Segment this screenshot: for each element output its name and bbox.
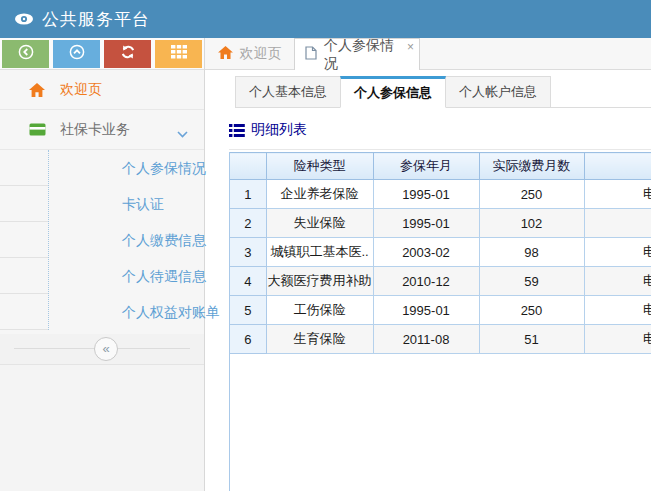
header-enroll-month: 参保年月	[373, 153, 479, 180]
circle-chevron-up-icon	[69, 44, 85, 63]
table-cell[interactable]: 250	[479, 296, 584, 325]
divider	[229, 149, 651, 150]
home-icon	[218, 46, 233, 62]
sidebar-item-label: 欢迎页	[60, 81, 102, 99]
grid-icon	[171, 45, 187, 62]
back-button[interactable]	[2, 40, 49, 68]
table-cell[interactable]: 生育保险	[266, 325, 373, 354]
table-cell[interactable]: 2011-08	[373, 325, 479, 354]
close-icon[interactable]: ×	[407, 41, 414, 53]
sidebar-group-social-card[interactable]: 社保卡业务	[0, 110, 204, 150]
collapse-up-button[interactable]	[53, 40, 100, 68]
detail-tab-bar: 个人基本信息 个人参保信息 个人帐户信息	[235, 75, 651, 108]
tab-label: 个人参保情况	[324, 38, 399, 73]
table-cell[interactable]: 电	[584, 180, 651, 209]
content-area: 欢迎页 个人参保情况 × 个人基本信息 个人参保信息	[205, 38, 651, 491]
table-cell[interactable]: 1995-01	[373, 209, 479, 238]
table-cell[interactable]: 大额医疗费用补助	[266, 267, 373, 296]
table-row[interactable]: 4 大额医疗费用补助 2010-12 59 电	[230, 267, 651, 296]
list-icon	[229, 124, 245, 137]
header-row-number	[230, 153, 266, 180]
table-cell[interactable]: 59	[479, 267, 584, 296]
sidebar-collapse-strip: «	[0, 334, 204, 365]
section-title-label: 明细列表	[251, 121, 307, 139]
tab-basic-info[interactable]: 个人基本信息	[235, 76, 341, 108]
insurance-table: 险种类型 参保年月 实际缴费月数 1 企业养老保险 1995-01 250 电	[230, 152, 651, 354]
table-cell[interactable]	[584, 209, 651, 238]
section-title: 明细列表	[229, 119, 651, 141]
app-header: 公共服务平台	[0, 0, 651, 38]
tab-insurance-info[interactable]: 个人参保信息	[340, 76, 446, 108]
tab-label: 欢迎页	[240, 45, 282, 63]
sidebar-collapse-button[interactable]: «	[94, 337, 118, 361]
table-cell[interactable]: 电	[584, 325, 651, 354]
table-row[interactable]: 1 企业养老保险 1995-01 250 电	[230, 180, 651, 209]
sidebar-item-welcome[interactable]: 欢迎页	[0, 70, 204, 110]
table-cell[interactable]: 102	[479, 209, 584, 238]
sidebar-toolbar	[0, 38, 204, 70]
table-row[interactable]: 5 工伤保险 1995-01 250 电	[230, 296, 651, 325]
row-number-cell[interactable]: 6	[230, 325, 266, 354]
sidebar: 欢迎页 社保卡业务 个人参保情况 卡认证 个人缴费信息 个人待遇信息 个人权益对…	[0, 38, 205, 491]
row-number-cell[interactable]: 4	[230, 267, 266, 296]
table-cell[interactable]: 98	[479, 238, 584, 267]
tab-label: 个人参保信息	[354, 85, 432, 100]
row-number-cell[interactable]: 3	[230, 238, 266, 267]
row-number-cell[interactable]: 5	[230, 296, 266, 325]
table-row[interactable]: 6 生育保险 2011-08 51 电	[230, 325, 651, 354]
top-tab-bar: 欢迎页 个人参保情况 ×	[205, 38, 651, 70]
modules-grid-button[interactable]	[155, 40, 202, 68]
table-cell[interactable]: 1995-01	[373, 180, 479, 209]
table-cell[interactable]: 2003-02	[373, 238, 479, 267]
row-number-cell[interactable]: 2	[230, 209, 266, 238]
table-cell[interactable]: 电	[584, 267, 651, 296]
sidebar-item-insurance-status[interactable]: 个人参保情况	[0, 150, 204, 186]
sidebar-item-card-auth[interactable]: 卡认证	[0, 186, 204, 222]
tab-label: 个人帐户信息	[459, 84, 537, 99]
sidebar-item-payment-info[interactable]: 个人缴费信息	[0, 222, 204, 258]
table-cell[interactable]: 250	[479, 180, 584, 209]
table-cell[interactable]: 2010-12	[373, 267, 479, 296]
sidebar-item-benefit-info[interactable]: 个人待遇信息	[0, 258, 204, 294]
header-paid-months: 实际缴费月数	[479, 153, 584, 180]
document-icon	[305, 46, 317, 63]
tab-welcome-page[interactable]: 欢迎页	[205, 38, 294, 69]
table-cell[interactable]: 电	[584, 296, 651, 325]
sidebar-group-label: 社保卡业务	[60, 121, 130, 139]
datagrid-panel: 险种类型 参保年月 实际缴费月数 1 企业养老保险 1995-01 250 电	[229, 152, 651, 491]
header-extra	[584, 153, 651, 180]
table-row[interactable]: 2 失业保险 1995-01 102	[230, 209, 651, 238]
sidebar-item-rights-statement[interactable]: 个人权益对账单	[0, 294, 204, 330]
row-number-cell[interactable]: 1	[230, 180, 266, 209]
app-title: 公共服务平台	[42, 8, 150, 31]
tab-account-info[interactable]: 个人帐户信息	[445, 76, 551, 108]
table-cell[interactable]: 工伤保险	[266, 296, 373, 325]
table-cell[interactable]: 失业保险	[266, 209, 373, 238]
circle-chevron-left-icon	[18, 44, 34, 63]
tab-personal-insurance-status[interactable]: 个人参保情况 ×	[294, 38, 420, 70]
table-row[interactable]: 3 城镇职工基本医.. 2003-02 98 电	[230, 238, 651, 267]
header-insurance-type: 险种类型	[266, 153, 373, 180]
table-header-row: 险种类型 参保年月 实际缴费月数	[230, 153, 651, 180]
card-icon	[28, 123, 46, 136]
refresh-icon	[120, 44, 136, 63]
table-cell[interactable]: 51	[479, 325, 584, 354]
table-cell[interactable]: 企业养老保险	[266, 180, 373, 209]
table-cell[interactable]: 电	[584, 238, 651, 267]
table-cell[interactable]: 城镇职工基本医..	[266, 238, 373, 267]
table-cell[interactable]: 1995-01	[373, 296, 479, 325]
eye-icon	[14, 12, 34, 26]
home-icon	[28, 83, 46, 97]
sidebar-filler	[0, 365, 204, 491]
tab-label: 个人基本信息	[249, 84, 327, 99]
sidebar-submenu: 个人参保情况 卡认证 个人缴费信息 个人待遇信息 个人权益对账单	[0, 150, 204, 330]
refresh-button[interactable]	[104, 40, 151, 68]
chevron-down-icon	[177, 125, 188, 141]
